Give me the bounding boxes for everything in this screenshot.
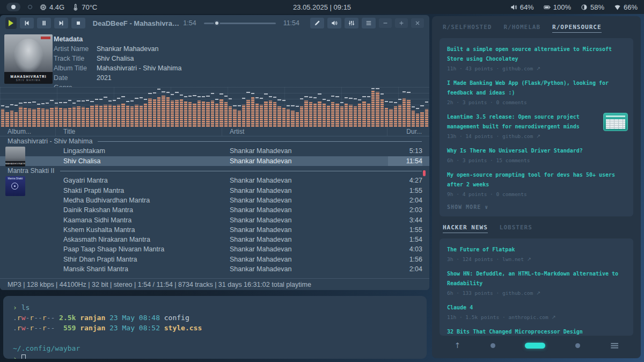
item-points: 1.5k points [465, 314, 499, 320]
track-duration: 2:04 [388, 197, 422, 204]
news-item-title[interactable]: The Future of Flatpak [447, 245, 626, 255]
track-artist: Shankar Mahadevan [222, 177, 388, 184]
track-duration: 1:56 [388, 256, 422, 263]
playlist-group-header[interactable]: Mantra Shakti II [0, 166, 429, 176]
scroll-top-button[interactable]: ↑ [455, 341, 461, 350]
stop-icon [75, 20, 82, 26]
playlist-track-row[interactable]: Sthir Dhan Prapti MantraShankar Mahadeva… [0, 255, 429, 264]
menu-button[interactable] [610, 341, 618, 350]
statusbar-module-brightness[interactable]: 58% [581, 3, 604, 11]
page-indicator-active[interactable] [525, 343, 545, 349]
workspace-indicator[interactable] [28, 5, 32, 9]
tab-hacker-news[interactable]: HACKER NEWS [443, 224, 488, 233]
news-item: The Future of Flatpak3h · 124 points · l… [447, 245, 626, 263]
playlist-track-row[interactable]: Gayatri MantraShankar Mahadevan4:27 [0, 176, 429, 185]
news-item-title[interactable]: Claude 4 [447, 303, 626, 313]
menu-button[interactable] [362, 18, 376, 28]
stop-button[interactable] [71, 18, 85, 28]
spectrum-bar [224, 87, 228, 127]
statusbar-module-thermometer[interactable]: 70°C [72, 3, 97, 11]
playlist-group-header[interactable]: Mahashivratri - Shiv Mahima [0, 136, 429, 146]
item-source-link[interactable]: anthropic.com ↗ [508, 314, 555, 320]
previous-icon [24, 20, 30, 26]
spectrum-bar [345, 87, 348, 127]
close-button[interactable] [411, 18, 424, 28]
item-comments[interactable]: 15 comments [496, 157, 530, 163]
news-item: Built a simple open source alternative t… [447, 45, 626, 73]
playlist-track-row[interactable]: Medha Budhivardhan MantraShankar Mahadev… [0, 196, 429, 205]
playlist-track-row[interactable]: Kaamana Sidhi MantraShankar Mahadevan3:4… [0, 215, 429, 225]
item-source-link[interactable]: github.com ↗ [502, 66, 540, 71]
statusbar-module-battery[interactable]: 100% [544, 3, 571, 11]
playlist-track-row[interactable]: Askasmath Nirakaran MantraShankar Mahade… [0, 235, 429, 244]
news-item-title[interactable]: Why Is There No Universal Driver Standar… [447, 146, 626, 156]
workspace-indicator-active[interactable] [6, 3, 20, 11]
deadbeef-window: DeaDBeeF - Mahashivratri - Shiv... 1:54 … [0, 15, 429, 290]
next-button[interactable] [54, 18, 68, 28]
news-item-title[interactable]: Leantime 3.5 release: Open source projec… [447, 112, 597, 132]
statusbar-module-volume[interactable]: 64% [510, 3, 534, 11]
album-art-subtitle: SHIV MAHIMA [16, 79, 41, 82]
item-source-link[interactable]: github.com ↗ [502, 133, 540, 139]
edit-button[interactable] [310, 18, 324, 28]
tab-r-selfhosted[interactable]: R/SELFHOSTED [443, 24, 492, 33]
news-item-title[interactable]: I Made Banking Web App (Flask/Python), l… [447, 78, 626, 98]
maximize-button[interactable] [395, 18, 408, 28]
tab-r-homelab[interactable]: R/HOMELAB [503, 24, 540, 33]
column-artist[interactable]: Artist [222, 127, 387, 136]
status-bar: 4.4G70°C 23.05.2025 | 09:15 64%100%58%66… [0, 0, 644, 14]
tab-lobsters[interactable]: LOBSTERS [500, 224, 532, 233]
track-artist: Shankar Mahadevan [222, 147, 388, 155]
playlist-track-row[interactable]: Mansik Shanti MantraShankar Mahadevan2:0… [0, 264, 429, 274]
mixer-button[interactable] [345, 18, 358, 28]
statusbar-module-cpu[interactable]: 4.4G [40, 3, 64, 11]
news-item-title[interactable]: My open-source prompting tool for devs h… [447, 170, 626, 190]
spectrum-bar [304, 87, 308, 127]
column-album[interactable]: Album... [0, 127, 56, 136]
playlist-track-row[interactable]: LingashtakamShankar Mahadevan5:13 [0, 146, 429, 156]
spectrum-bar [77, 87, 80, 127]
thermometer-icon [72, 4, 79, 11]
pause-button[interactable] [37, 18, 51, 28]
spectrum-bar [68, 87, 71, 127]
minimize-button[interactable] [379, 18, 392, 28]
playlist-track-row[interactable]: Shakti Prapti MantraShankar Mahadevan1:5… [0, 185, 429, 195]
news-item: Show HN: Defuddle, an HTML-to-Markdown a… [447, 269, 626, 297]
news-item-title[interactable]: 32 Bits That Changed Microprocessor Desi… [447, 327, 626, 336]
seek-slider[interactable] [204, 19, 276, 27]
seek-knob[interactable] [214, 20, 220, 26]
track-artist: Shankar Mahadevan [222, 216, 388, 224]
total-time: 11:54 [283, 19, 299, 27]
volume-button[interactable] [327, 18, 341, 28]
terminal-window[interactable]: › ls.rw-r--r-- 2.5k ranjan 23 May 08:48 … [3, 296, 427, 359]
spectrum-bar [184, 87, 187, 127]
statusbar-module-wifi[interactable]: 66% [614, 3, 638, 11]
spectrum-bar [19, 87, 22, 127]
playlist-track-row[interactable]: Kshem Kushalta MantraShankar Mahadevan1:… [0, 225, 429, 235]
playlist-track-row[interactable]: Paap Taap Shaap Nivaran MantraShankar Ma… [0, 244, 429, 254]
item-source-link[interactable]: lwn.net ↗ [502, 256, 531, 262]
previous-button[interactable] [20, 18, 34, 28]
page-dot-icon[interactable] [491, 343, 495, 348]
item-comments[interactable]: 0 comments [496, 191, 527, 197]
news-item-title[interactable]: Show HN: Defuddle, an HTML-to-Markdown a… [447, 269, 626, 288]
spectrum-bar [46, 87, 49, 127]
page-dot-icon[interactable] [575, 343, 580, 348]
show-more-button[interactable]: SHOW MORE ∨ [447, 204, 626, 210]
news-card: Built a simple open source alternative t… [440, 38, 633, 216]
track-artist: Shankar Mahadevan [222, 265, 388, 273]
playlist-scrollbar-thumb[interactable] [423, 170, 426, 176]
spectrum-bar [130, 87, 134, 127]
playlist-track-row[interactable]: Shiv ChalisaShankar Mahadevan11:54 [0, 156, 429, 166]
item-source-link[interactable]: github.com ↗ [502, 290, 540, 296]
item-comments[interactable]: 0 comments [496, 99, 527, 105]
news-item-thumbnail[interactable] [603, 113, 628, 131]
column-duration[interactable]: Dur... [387, 127, 422, 136]
playlist-track-row[interactable]: Dainik Rakshan MantraShankar Mahadevan2:… [0, 205, 429, 215]
tab-r-opensource[interactable]: R/OPENSOURCE [552, 24, 601, 33]
news-item-title[interactable]: Built a simple open source alternative t… [447, 45, 626, 64]
column-title[interactable]: Title [56, 127, 222, 136]
group-album-art: MAHASHIVRATRI [5, 147, 25, 166]
spectrum-bar [273, 87, 276, 127]
spectrum-bar [95, 87, 98, 127]
